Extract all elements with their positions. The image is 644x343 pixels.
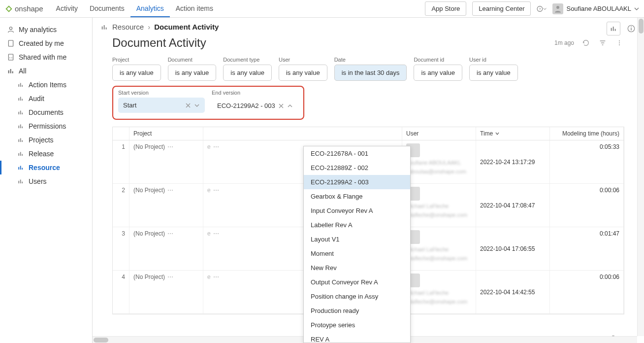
topbar-right: App Store Learning Center ? Soufiane ABO… [425,1,639,16]
start-version-select[interactable]: Start [118,98,205,113]
help-icon[interactable]: ? [537,4,547,14]
sidebar-projects[interactable]: Projects [0,133,92,147]
chevron-down-icon[interactable] [194,103,200,108]
th-modeling[interactable]: Modeling time (hours) [550,127,624,140]
dropdown-item[interactable]: ECO-212889Z - 002 [304,161,410,175]
dropdown-item[interactable]: Position change in Assy [304,289,410,304]
chevron-up-icon[interactable] [287,103,293,109]
filter-pill[interactable]: is any value [279,65,327,81]
dropdown-item[interactable]: Labeller Rev A [304,218,410,232]
svg-rect-36 [22,182,23,184]
row-menu-icon[interactable]: ⋯ [166,230,175,237]
th-doc[interactable] [203,127,402,140]
end-version-select[interactable]: ECO-21299A2 - 003 [212,98,298,114]
document-icon [7,39,15,47]
svg-rect-31 [18,167,19,170]
sidebar-my-analytics[interactable]: My analytics [0,23,92,36]
user-email-blurred: saboulaa@onshape.com [406,168,472,175]
user-email-blurred: mlafleche@onshape.com [406,255,472,262]
sidebar-all[interactable]: All [0,64,92,78]
filter-pill[interactable]: is in the last 30 days [334,65,407,81]
chart-icon [17,150,25,158]
cell-time: 2022-10-24 13:17:29 [476,140,550,183]
th-time[interactable]: Time [476,127,550,140]
dropdown-item[interactable]: ECO-21299A2 - 003 [304,175,410,189]
row-menu-icon[interactable]: ⋯ [212,230,221,237]
dropdown-item[interactable]: Output Conveyor Rev A [304,275,410,289]
breadcrumb-root[interactable]: Resource [112,23,144,31]
filter-pill[interactable]: is any value [414,65,462,81]
filter-label: Document id [414,57,462,63]
sidebar-release[interactable]: Release [0,147,92,161]
sidebar-label: Created by me [19,39,64,47]
svg-point-47 [619,42,620,43]
svg-rect-20 [20,111,21,115]
brand-logo[interactable]: onshape [5,4,43,13]
user-menu[interactable]: Soufiane ABOULAAKL [552,3,639,14]
svg-rect-24 [22,127,23,129]
scroll-thumb[interactable] [639,19,644,34]
dropdown-item[interactable]: Protoype series [304,318,410,332]
info-icon[interactable] [624,22,638,35]
main-layout: My analytics Created by me Shared with m… [0,18,644,343]
end-version-dropdown[interactable]: ECO-212678A - 001ECO-212889Z - 002ECO-21… [303,146,411,343]
share-icon [7,53,15,61]
clear-icon[interactable] [278,103,284,109]
dropdown-item[interactable]: Layout V1 [304,232,410,246]
topnav-activity[interactable]: Activity [50,0,84,17]
filter-pill[interactable]: is any value [112,65,161,81]
topnav-action-items[interactable]: Action items [170,0,219,17]
dropdown-item[interactable]: Input Conveyor Rev A [304,204,410,218]
sidebar-created-by-me[interactable]: Created by me [0,36,92,50]
more-icon[interactable] [614,38,624,48]
dropdown-item[interactable]: Moment [304,246,410,261]
dropdown-item[interactable]: Production ready [304,304,410,318]
svg-rect-15 [22,85,23,87]
dropdown-item[interactable]: New Rev [304,261,410,275]
appstore-button[interactable]: App Store [425,1,466,16]
sidebar-documents[interactable]: Documents [0,105,92,119]
th-project[interactable]: Project [129,127,203,140]
filter-pill[interactable]: is any value [168,65,217,81]
svg-rect-35 [20,180,21,184]
dropdown-item[interactable]: REV A [304,332,410,343]
sidebar-action-items[interactable]: Action Items [0,78,92,92]
row-menu-icon[interactable]: ⋯ [166,274,175,280]
topnav-documents[interactable]: Documents [84,0,130,17]
clear-icon[interactable] [185,103,191,108]
page-header: Document Activity 1m ago [112,36,624,50]
th-user[interactable]: User [402,127,476,140]
row-menu-icon[interactable]: ⋯ [212,274,221,280]
filter-document-type: Document typeis any value [223,57,272,81]
svg-rect-26 [20,138,21,142]
dropdown-item[interactable]: Gearbox & Flange [304,189,410,204]
cell-modeling: 0:05:33 [550,140,624,183]
dashboard-action-button[interactable] [607,22,620,35]
filter-pill[interactable]: is any value [469,65,518,81]
sidebar-resource[interactable]: Resource [0,161,92,174]
refresh-icon[interactable] [581,38,591,48]
row-menu-icon[interactable]: ⋯ [212,187,221,194]
sidebar-users[interactable]: Users [0,174,92,188]
sidebar-label: Permissions [29,122,66,130]
cell-index: 4 [113,271,129,313]
row-menu-icon[interactable]: ⋯ [166,187,175,194]
sidebar-shared-with-me[interactable]: Shared with me [0,50,92,64]
svg-rect-10 [8,70,9,73]
learning-center-button[interactable]: Learning Center [472,1,531,16]
filter-label: User id [469,57,518,63]
sidebar-audit[interactable]: Audit [0,92,92,105]
sidebar-label: Documents [29,108,64,116]
sidebar-permissions[interactable]: Permissions [0,119,92,133]
filter-pill[interactable]: is any value [223,65,272,81]
row-menu-icon[interactable]: ⋯ [212,143,221,150]
onshape-logo-icon [5,5,13,13]
row-menu-icon[interactable]: ⋯ [166,143,175,150]
topnav-analytics[interactable]: Analytics [130,0,170,17]
filter-icon[interactable] [598,38,608,48]
scroll-thumb[interactable] [94,338,108,343]
vertical-scrollbar[interactable] [637,18,644,336]
dropdown-item[interactable]: ECO-212678A - 001 [304,146,410,161]
end-version-label: End version [212,90,298,96]
filter-label: Document [168,57,217,63]
